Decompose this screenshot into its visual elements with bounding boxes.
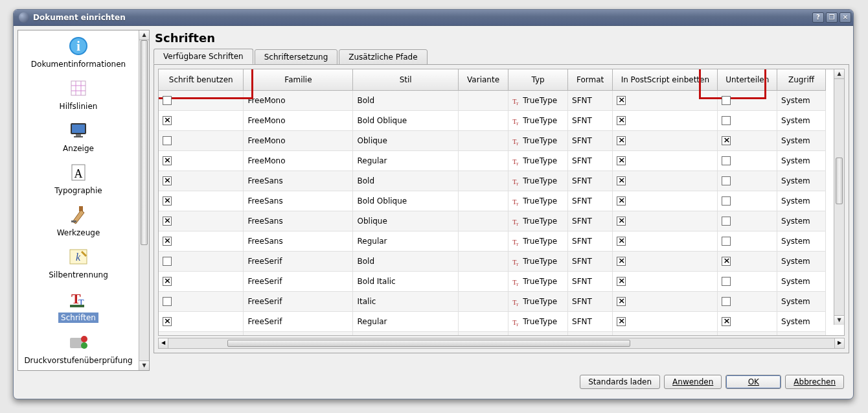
table-row[interactable]: Gentium BasicBoldTrueTypeSFNTSystem	[159, 332, 826, 336]
table-row[interactable]: FreeMonoRegularTrueTypeSFNTSystem	[159, 151, 826, 171]
tab-schriftersetzung[interactable]: Schriftersetzung	[255, 49, 338, 65]
column-header[interactable]: Zugriff	[777, 69, 826, 91]
titlebar[interactable]: Dokument einrichten ? ❐ ✕	[14, 10, 853, 26]
table-row[interactable]: FreeSerifRegularTrueTypeSFNTSystem	[159, 312, 826, 332]
use-font-checkbox[interactable]	[163, 196, 172, 206]
embed-checkbox[interactable]	[617, 297, 626, 306]
subset-checkbox[interactable]	[722, 237, 731, 246]
embed-checkbox[interactable]	[617, 196, 626, 206]
subset-checkbox[interactable]	[722, 196, 731, 206]
use-font-checkbox[interactable]	[163, 237, 172, 246]
table-horizontal-scrollbar[interactable]: ◀ ▶	[158, 338, 845, 349]
column-header[interactable]: Familie	[244, 69, 353, 91]
cell-family: Gentium Basic	[244, 332, 353, 336]
table-row[interactable]: FreeSerifBold ItalicTrueTypeSFNTSystem	[159, 272, 826, 292]
subset-checkbox[interactable]	[722, 176, 731, 185]
subset-checkbox[interactable]	[722, 317, 731, 326]
subset-checkbox[interactable]	[722, 156, 731, 165]
truetype-icon	[512, 198, 520, 206]
scroll-thumb[interactable]	[227, 340, 630, 347]
scroll-right-icon[interactable]: ▶	[834, 338, 844, 348]
subset-checkbox[interactable]	[722, 217, 731, 226]
sidebar-scrollbar[interactable]: ▲ ▼	[139, 30, 149, 370]
apply-button[interactable]: Anwenden	[664, 375, 722, 389]
use-font-checkbox[interactable]	[163, 257, 172, 266]
column-header[interactable]: In PostScript einbetten	[613, 69, 718, 91]
column-header[interactable]: Stil	[353, 69, 458, 91]
column-header[interactable]: Variante	[458, 69, 508, 91]
table-row[interactable]: FreeMonoBoldTrueTypeSFNTSystem	[159, 91, 826, 111]
use-font-checkbox[interactable]	[163, 217, 172, 226]
load-defaults-button[interactable]: Standards laden	[580, 375, 660, 389]
subset-checkbox[interactable]	[722, 136, 731, 145]
column-header[interactable]: Schrift benutzen	[159, 69, 244, 91]
subset-checkbox[interactable]	[722, 297, 731, 306]
embed-checkbox[interactable]	[617, 217, 626, 226]
scroll-up-icon[interactable]: ▲	[834, 69, 844, 79]
use-font-checkbox[interactable]	[163, 317, 172, 326]
sidebar-item-typographie[interactable]: ATypographie	[18, 157, 139, 199]
tab-zus-tzliche-pfade[interactable]: Zusätzliche Pfade	[339, 49, 427, 65]
table-row[interactable]: FreeMonoBold ObliqueTrueTypeSFNTSystem	[159, 111, 826, 131]
embed-checkbox[interactable]	[617, 116, 626, 125]
sidebar-item-silbentrennung[interactable]: kSilbentrennung	[18, 241, 139, 283]
use-font-checkbox[interactable]	[163, 96, 172, 105]
use-font-checkbox[interactable]	[163, 176, 172, 185]
help-button[interactable]: ?	[812, 12, 824, 23]
tab-verf-gbare-schriften[interactable]: Verfügbare Schriften	[154, 49, 253, 64]
embed-checkbox[interactable]	[617, 237, 626, 246]
use-font-checkbox[interactable]	[163, 116, 172, 125]
sidebar-item-schriften[interactable]: TTSchriften	[18, 283, 139, 327]
embed-checkbox[interactable]	[617, 156, 626, 165]
embed-checkbox[interactable]	[617, 136, 626, 145]
embed-checkbox[interactable]	[617, 96, 626, 105]
type-label: TrueType	[523, 317, 557, 326]
use-font-checkbox[interactable]	[163, 156, 172, 165]
scroll-thumb[interactable]	[836, 158, 843, 204]
type-label: TrueType	[523, 96, 557, 105]
maximize-button[interactable]: ❐	[826, 12, 838, 23]
table-row[interactable]: FreeMonoObliqueTrueTypeSFNTSystem	[159, 131, 826, 151]
subset-checkbox[interactable]	[722, 257, 731, 266]
table-row[interactable]: FreeSerifBoldTrueTypeSFNTSystem	[159, 252, 826, 272]
close-button[interactable]: ✕	[839, 12, 851, 23]
table-vertical-scrollbar[interactable]: ▲ ▼	[834, 69, 844, 325]
ok-button[interactable]: OK	[725, 375, 781, 389]
table-row[interactable]: FreeSansBoldTrueTypeSFNTSystem	[159, 171, 826, 191]
subset-checkbox[interactable]	[722, 277, 731, 286]
sidebar-item-dokumentinformationen[interactable]: iDokumentinformationen	[18, 30, 139, 73]
embed-checkbox[interactable]	[617, 176, 626, 185]
type-label: TrueType	[523, 277, 557, 286]
column-header[interactable]: Format	[568, 69, 613, 91]
table-row[interactable]: FreeSansObliqueTrueTypeSFNTSystem	[159, 211, 826, 231]
sidebar-item-pdf-[interactable]: PDF-	[18, 369, 139, 370]
table-row[interactable]: FreeSansBold ObliqueTrueTypeSFNTSystem	[159, 191, 826, 211]
column-header[interactable]: Typ	[508, 69, 568, 91]
cell-family: FreeMono	[244, 91, 353, 111]
use-font-checkbox[interactable]	[163, 277, 172, 286]
scroll-up-icon[interactable]: ▲	[139, 30, 149, 40]
scroll-down-icon[interactable]: ▼	[834, 315, 844, 325]
sidebar-item-anzeige[interactable]: Anzeige	[18, 115, 139, 157]
embed-checkbox[interactable]	[617, 257, 626, 266]
cell-embed	[613, 91, 718, 111]
sidebar-item-werkzeuge[interactable]: Werkzeuge	[18, 199, 139, 241]
cell-access: System	[777, 211, 826, 231]
scroll-thumb[interactable]	[141, 40, 148, 245]
use-font-checkbox[interactable]	[163, 297, 172, 306]
subset-checkbox[interactable]	[722, 116, 731, 125]
use-font-checkbox[interactable]	[163, 136, 172, 145]
sidebar-item-hilfslinien[interactable]: Hilfslinien	[18, 73, 139, 115]
cell-variant	[458, 312, 508, 332]
column-header[interactable]: Unterteilen	[718, 69, 777, 91]
cancel-button[interactable]: Abbrechen	[785, 375, 844, 389]
scroll-down-icon[interactable]: ▼	[139, 360, 149, 370]
subset-checkbox[interactable]	[722, 96, 731, 105]
table-row[interactable]: FreeSansRegularTrueTypeSFNTSystem	[159, 231, 826, 252]
sidebar-item-druckvorstufen-berpr-fung[interactable]: Druckvorstufenüberprüfung	[18, 327, 139, 369]
table-row[interactable]: FreeSerifItalicTrueTypeSFNTSystem	[159, 292, 826, 312]
scroll-left-icon[interactable]: ◀	[159, 338, 168, 348]
embed-checkbox[interactable]	[617, 317, 626, 326]
embed-checkbox[interactable]	[617, 277, 626, 286]
cell-format: SFNT	[568, 292, 613, 312]
